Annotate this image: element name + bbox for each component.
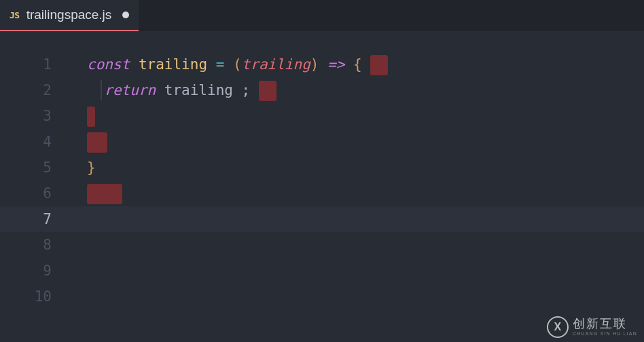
parameter: trailing bbox=[242, 56, 310, 73]
identifier-declaration: trailing bbox=[139, 56, 207, 73]
identifier: trailing bbox=[156, 82, 241, 98]
paren-close: ) bbox=[310, 56, 319, 73]
code-line[interactable]: return trailing ; bbox=[68, 77, 644, 103]
code-line[interactable] bbox=[68, 284, 644, 309]
watermark-en: CHUANG XIN HU LIAN bbox=[573, 331, 637, 337]
code-line-active[interactable] bbox=[68, 206, 644, 232]
tab-filename: trailingspace.js bbox=[26, 7, 112, 22]
semicolon: ; bbox=[242, 82, 251, 98]
watermark-logo-icon: X bbox=[547, 316, 569, 338]
code-area[interactable]: const trailing = (trailing) => { return … bbox=[68, 31, 644, 342]
brace-close: } bbox=[87, 159, 96, 176]
trailing-whitespace-highlight bbox=[87, 132, 107, 153]
trailing-whitespace-highlight bbox=[370, 55, 388, 75]
line-number: 1 bbox=[0, 52, 52, 77]
keyword-return: return bbox=[104, 82, 156, 98]
editor[interactable]: 1 2 3 4 5 6 7 8 9 10 const trailing = (t… bbox=[0, 31, 644, 342]
brace-open: { bbox=[353, 56, 362, 73]
watermark: X 创新互联 CHUANG XIN HU LIAN bbox=[547, 316, 637, 338]
watermark-text: 创新互联 CHUANG XIN HU LIAN bbox=[573, 318, 637, 336]
code-line[interactable] bbox=[68, 180, 644, 206]
line-number: 3 bbox=[0, 103, 52, 129]
code-line[interactable] bbox=[68, 129, 644, 155]
code-line[interactable] bbox=[68, 232, 644, 258]
code-line[interactable] bbox=[68, 103, 644, 129]
trailing-whitespace-highlight bbox=[259, 81, 276, 101]
line-number: 8 bbox=[0, 232, 52, 258]
operator-eq: = bbox=[207, 56, 233, 73]
line-number: 5 bbox=[0, 155, 52, 180]
watermark-cn: 创新互联 bbox=[573, 318, 637, 331]
line-number: 4 bbox=[0, 129, 52, 155]
line-number-active: 7 bbox=[0, 206, 52, 232]
line-number: 10 bbox=[0, 284, 52, 309]
tab-bar: JS trailingspace.js bbox=[0, 0, 644, 31]
tab-active[interactable]: JS trailingspace.js bbox=[0, 0, 139, 31]
arrow: => bbox=[319, 56, 353, 73]
code-line[interactable]: } bbox=[68, 155, 644, 180]
line-number-gutter: 1 2 3 4 5 6 7 8 9 10 bbox=[0, 31, 68, 342]
code-line[interactable] bbox=[68, 258, 644, 284]
paren-open: ( bbox=[233, 56, 242, 73]
code-line[interactable]: const trailing = (trailing) => { bbox=[68, 52, 644, 77]
line-number: 9 bbox=[0, 258, 52, 284]
trailing-whitespace-highlight bbox=[87, 184, 122, 204]
keyword-const: const bbox=[87, 56, 130, 73]
line-number: 6 bbox=[0, 180, 52, 206]
line-number: 2 bbox=[0, 77, 52, 103]
unsaved-indicator-icon bbox=[122, 12, 129, 18]
trailing-whitespace-highlight bbox=[87, 107, 95, 127]
indent-guide bbox=[101, 80, 102, 100]
js-file-icon: JS bbox=[10, 10, 20, 20]
